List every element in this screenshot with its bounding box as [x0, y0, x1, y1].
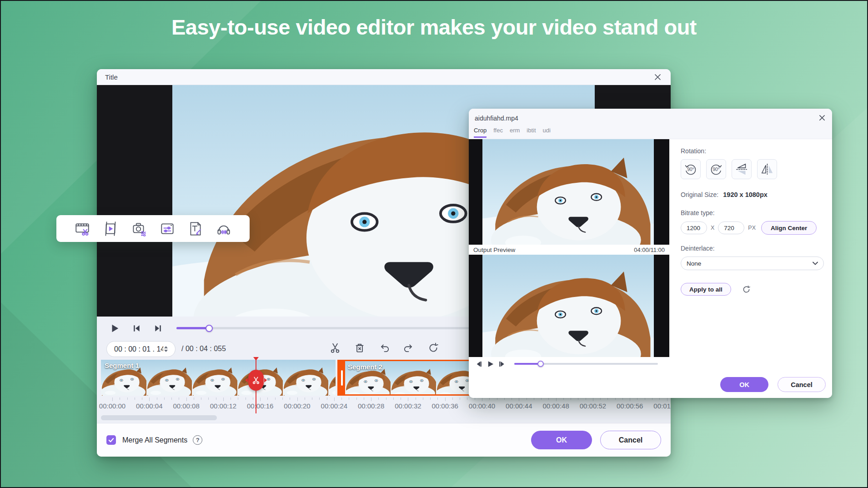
close-icon[interactable] [652, 72, 662, 82]
ruler-tick [312, 397, 312, 400]
edit-playback-slider[interactable] [514, 363, 658, 365]
edit-slider-thumb[interactable] [537, 361, 544, 367]
timecode-stepper[interactable] [164, 346, 168, 352]
tab-ffec[interactable]: ffec [493, 127, 503, 138]
ruler-timestamp: 00:00:56 [617, 402, 643, 410]
apply-to-all-button[interactable]: Apply to all [681, 283, 731, 296]
merge-checkbox[interactable] [106, 435, 116, 445]
ruler-timestamp: 00:00:32 [395, 402, 421, 410]
timeline-thumbnail [328, 360, 336, 396]
stepper-up-icon[interactable] [164, 346, 168, 348]
trim-icon[interactable] [73, 220, 91, 238]
original-size-value: 1920 x 1080px [723, 191, 768, 198]
cancel-button[interactable]: Cancel [778, 377, 826, 392]
ruler-tick [378, 397, 379, 400]
window-title: aiduhfiahd.mp4 [475, 115, 518, 122]
ok-button[interactable]: OK [720, 377, 768, 392]
rotate-right-90-button[interactable]: 90° [706, 159, 726, 179]
timeline-scrollbar[interactable] [101, 415, 217, 420]
timecode-spinner[interactable] [106, 341, 176, 357]
width-input[interactable] [681, 221, 707, 234]
output-preview-time: 04:00/11:00 [634, 247, 665, 253]
split-scissors-button[interactable] [248, 370, 264, 391]
ruler-tick [231, 397, 231, 400]
tab-erm[interactable]: erm [510, 127, 520, 138]
next-frame-button[interactable] [151, 321, 166, 336]
ruler-timestamp: 00:00:48 [542, 402, 569, 410]
ruler-tick [556, 397, 557, 401]
ruler-tick [267, 397, 268, 400]
ruler-tick [667, 397, 667, 401]
preview-column: Output Preview 04:00/11:00 [469, 139, 669, 398]
previous-frame-button[interactable] [472, 358, 484, 370]
text-edit-icon[interactable] [186, 220, 205, 238]
ruler-timestamp: 00:00:04 [136, 402, 162, 410]
reset-icon[interactable] [741, 284, 752, 295]
ruler-tick [275, 397, 276, 400]
adjust-icon[interactable] [158, 220, 176, 238]
crop-preview[interactable] [469, 139, 669, 245]
rotation-buttons: 90° 90° [681, 159, 822, 179]
cancel-button[interactable]: Cancel [600, 431, 661, 449]
ruler-timestamp: 00:00:24 [321, 402, 347, 410]
deinterlace-select[interactable]: None [681, 257, 824, 270]
window-title: Title [105, 73, 118, 81]
play-button[interactable] [107, 321, 122, 336]
playhead-arrow-right [264, 378, 267, 382]
segment-label: Segment 2 [348, 363, 382, 371]
ruler-tick [305, 397, 305, 400]
play-button[interactable] [484, 358, 496, 370]
ruler-timestamp: 00:00:36 [431, 402, 458, 410]
playhead-cap [253, 357, 259, 361]
previous-frame-button[interactable] [129, 321, 144, 336]
ruler-timestamp: 00:00:44 [506, 402, 532, 410]
ruler-tick [112, 397, 113, 401]
playback-slider-fill [176, 327, 209, 329]
snapshot-icon[interactable] [130, 220, 148, 238]
ruler-tick [142, 397, 142, 400]
timecode-input[interactable] [114, 345, 163, 353]
total-duration: / 00 : 04 : 055 [181, 345, 226, 353]
tab-udi[interactable]: udi [543, 127, 551, 138]
ruler-tick [253, 397, 253, 400]
px-unit-label: PX [748, 225, 756, 231]
delete-icon[interactable] [353, 342, 366, 354]
ruler-tick [223, 397, 224, 401]
ruler-tick [460, 397, 460, 400]
audio-icon[interactable] [215, 220, 233, 238]
ruler-tick [171, 397, 172, 400]
close-icon[interactable] [818, 113, 827, 122]
ruler-timestamp: 00:00:08 [173, 402, 199, 410]
cut-icon[interactable] [329, 342, 341, 354]
undo-icon[interactable] [378, 342, 391, 354]
tab-crop[interactable]: Crop [474, 127, 487, 138]
ruler-tick [327, 397, 327, 400]
ruler-timestamp: 00:00:40 [469, 402, 495, 410]
ruler-tick [164, 397, 165, 400]
align-center-button[interactable]: Align Center [761, 221, 817, 235]
ruler-tick [246, 397, 246, 400]
ruler-tick [157, 397, 157, 400]
stepper-down-icon[interactable] [164, 350, 168, 352]
rotate-icon[interactable] [427, 342, 440, 354]
ruler-tick [423, 397, 423, 400]
redo-icon[interactable] [402, 342, 415, 354]
ruler-timestamp: 00:00:12 [210, 402, 236, 410]
ruler-tick [408, 397, 408, 401]
ruler-tick [467, 397, 467, 400]
flip-vertical-button[interactable] [732, 159, 752, 179]
crop-preview-image [482, 139, 654, 245]
height-input[interactable] [718, 221, 744, 234]
rotate-left-90-button[interactable]: 90° [681, 159, 701, 179]
help-icon[interactable]: ? [193, 435, 202, 445]
ruler-tick [186, 397, 187, 401]
tab-ibtit[interactable]: ibtit [527, 127, 536, 138]
ok-button[interactable]: OK [531, 431, 592, 449]
segment-trim-handle[interactable] [339, 361, 345, 394]
crop-play-icon[interactable] [101, 220, 120, 238]
playback-slider-thumb[interactable] [206, 325, 213, 332]
deinterlace-label: Deinterlace: [681, 245, 822, 252]
timeline-segment-1[interactable]: Segment 1 [101, 360, 336, 396]
flip-horizontal-button[interactable] [757, 159, 777, 179]
next-frame-button[interactable] [496, 358, 508, 370]
